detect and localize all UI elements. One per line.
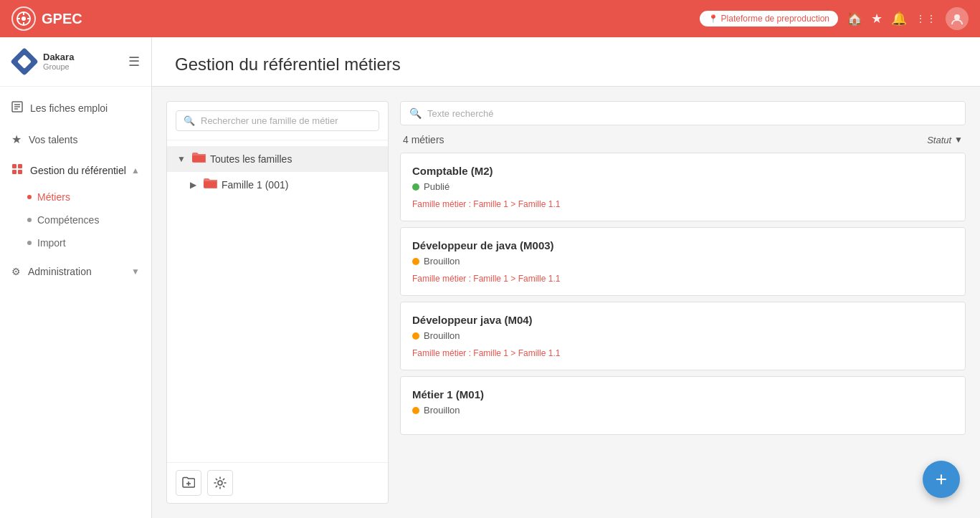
status-dot-comptable: [412, 183, 419, 191]
metier-status-dev-java-m04: Brouillon: [412, 330, 953, 341]
admin-header-left: ⚙ Administration: [11, 266, 92, 277]
tree-label-all-families: Toutes les familles: [210, 153, 292, 165]
metier-family-dev-java-m04: Famille métier : Famille 1 > Famille 1.1: [412, 348, 953, 358]
sort-arrow-icon: ▼: [954, 135, 963, 145]
logo-content: Dakara Groupe: [11, 49, 74, 75]
metiers-panel: 🔍 4 métiers Statut ▼ Comptable (M2): [400, 101, 966, 504]
vos-talents-icon: ★: [11, 133, 22, 146]
families-search-area: 🔍: [167, 102, 388, 140]
metier-card-metier-1[interactable]: Métier 1 (M01) Brouillon: [400, 376, 966, 435]
import-dot: [27, 241, 32, 245]
metier-family-comptable: Famille métier : Famille 1 > Famille 1.1: [412, 199, 953, 209]
sidebar-item-metiers[interactable]: Métiers: [0, 186, 151, 208]
metier-title-dev-java-m04: Développeur java (M04): [412, 314, 953, 326]
administration-label: Administration: [28, 266, 92, 277]
folder-icon-famille-1: [203, 178, 217, 192]
bell-icon[interactable]: 🔔: [891, 11, 907, 27]
metier-card-dev-java-003[interactable]: Développeur de java (M003) Brouillon Fam…: [400, 227, 966, 296]
sidebar-item-import[interactable]: Import: [0, 231, 151, 254]
families-search-input[interactable]: [201, 115, 371, 126]
metier-card-dev-java-m04[interactable]: Développeur java (M04) Brouillon Famille…: [400, 302, 966, 370]
metier-card-comptable[interactable]: Comptable (M2) Publié Famille métier : F…: [400, 153, 966, 221]
metier-status-metier-1: Brouillon: [412, 405, 953, 416]
sidebar-item-fiches-emploi[interactable]: Les fiches emploi: [0, 92, 151, 124]
env-badge: 📍 Plateforme de preproduction: [700, 11, 838, 27]
status-dot-metier-1: [412, 407, 419, 414]
metier-title-dev-java-003: Développeur de java (M003): [412, 239, 953, 251]
metiers-dot: [27, 195, 32, 199]
content-header: Gestion du référentiel métiers: [152, 37, 980, 87]
metier-status-comptable: Publié: [412, 181, 953, 192]
main-content: Gestion du référentiel métiers 🔍 ▼: [152, 37, 980, 518]
tree-item-all-families[interactable]: ▼ Toutes les familles: [167, 146, 388, 172]
metiers-label: Métiers: [37, 191, 70, 203]
navbar: GPEC 📍 Plateforme de preproduction 🏠 ★ 🔔…: [0, 0, 980, 37]
sidebar-logo: Dakara Groupe ☰: [0, 37, 151, 87]
sidebar-item-vos-talents[interactable]: ★ Vos talents: [0, 124, 151, 155]
content-body: 🔍 ▼ Toutes les familles: [152, 87, 980, 518]
metiers-search-icon: 🔍: [409, 107, 422, 119]
metiers-search-area: 🔍: [400, 101, 966, 125]
sidebar-section-gestion-header[interactable]: Gestion du référentiel ▲: [0, 155, 151, 186]
administration-chevron: ▼: [131, 267, 140, 277]
svg-point-6: [954, 14, 960, 20]
competences-label: Compétences: [37, 214, 99, 226]
svg-rect-13: [12, 170, 16, 174]
navbar-brand: GPEC: [11, 6, 700, 31]
tree-item-famille-1[interactable]: ▶ Famille 1 (001): [167, 172, 388, 198]
page-title: Gestion du référentiel métiers: [175, 54, 957, 75]
sidebar-section-administration-header[interactable]: ⚙ Administration ▼: [0, 257, 151, 286]
families-tree: ▼ Toutes les familles ▶ Famille 1 (001): [167, 140, 388, 462]
administration-icon: ⚙: [11, 266, 21, 277]
families-panel: 🔍 ▼ Toutes les familles: [166, 101, 389, 504]
settings-button[interactable]: [207, 470, 233, 496]
families-actions: [167, 462, 388, 503]
add-folder-button[interactable]: [176, 470, 201, 496]
metier-status-dev-java-003: Brouillon: [412, 256, 953, 267]
tree-toggle-all: ▼: [176, 154, 187, 164]
gestion-label: Gestion du référentiel: [30, 165, 126, 176]
svg-rect-16: [204, 181, 217, 188]
families-search-wrap: 🔍: [176, 110, 379, 131]
metiers-search-input[interactable]: [427, 108, 956, 119]
status-label-metier-1: Brouillon: [424, 405, 460, 416]
vos-talents-label: Vos talents: [29, 134, 78, 145]
families-search-icon: 🔍: [184, 115, 195, 126]
metiers-count: 4 métiers: [403, 134, 444, 145]
env-icon: 📍: [708, 14, 718, 24]
metier-title-metier-1: Métier 1 (M01): [412, 388, 953, 401]
logo-text: Dakara Groupe: [43, 52, 74, 72]
sidebar: Dakara Groupe ☰ Les fiches emploi ★ Vos …: [0, 37, 152, 518]
statut-sort[interactable]: Statut ▼: [927, 135, 963, 145]
main-layout: Dakara Groupe ☰ Les fiches emploi ★ Vos …: [0, 37, 980, 518]
metiers-header: 4 métiers Statut ▼: [400, 134, 966, 145]
brand-icon: [11, 6, 36, 31]
import-label: Import: [37, 237, 66, 249]
user-avatar[interactable]: [946, 7, 969, 30]
svg-rect-11: [12, 164, 16, 168]
gestion-icon: [11, 163, 23, 177]
status-dot-dev-java-m04: [412, 332, 419, 340]
competences-dot: [27, 218, 32, 222]
home-icon[interactable]: 🏠: [847, 11, 862, 27]
metier-family-dev-java-003: Famille métier : Famille 1 > Famille 1.1: [412, 274, 953, 284]
status-dot-dev-java-003: [412, 258, 419, 265]
fab-icon: +: [936, 468, 947, 491]
fab-add-button[interactable]: +: [923, 461, 960, 498]
status-label-dev-java-m04: Brouillon: [424, 330, 460, 341]
tree-toggle-famille-1: ▶: [187, 180, 199, 190]
section-header-left: Gestion du référentiel: [11, 163, 126, 177]
sidebar-nav: Les fiches emploi ★ Vos talents Gestion …: [0, 87, 151, 518]
sidebar-section-administration: ⚙ Administration ▼: [0, 257, 151, 286]
status-label-comptable: Publié: [424, 181, 449, 192]
gestion-chevron: ▲: [131, 166, 140, 176]
star-icon[interactable]: ★: [871, 11, 883, 27]
svg-rect-12: [18, 164, 22, 168]
fiches-emploi-label: Les fiches emploi: [30, 102, 108, 114]
hamburger-menu[interactable]: ☰: [128, 54, 140, 69]
svg-rect-15: [192, 155, 205, 162]
grid-icon[interactable]: ⋮⋮: [915, 13, 937, 24]
svg-rect-14: [18, 170, 22, 174]
sidebar-item-competences[interactable]: Compétences: [0, 208, 151, 231]
svg-point-1: [22, 16, 26, 21]
